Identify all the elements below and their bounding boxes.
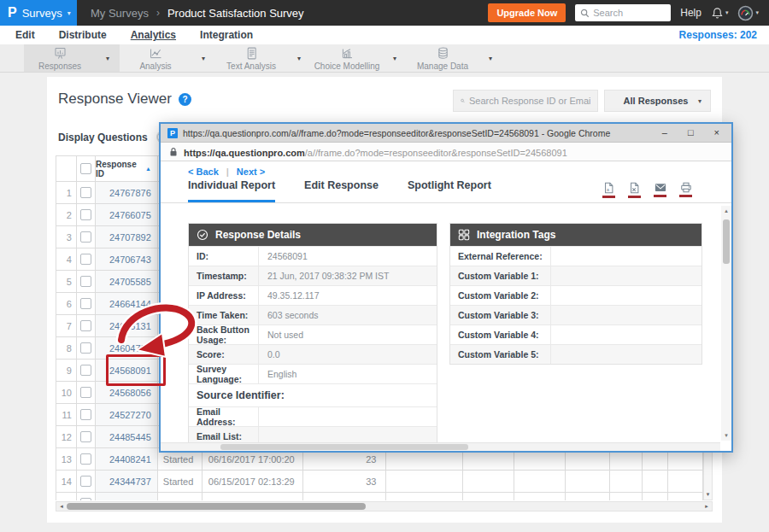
toolbar-text-analysis-dropdown[interactable]: ▾ xyxy=(287,44,311,72)
search-icon xyxy=(461,96,465,106)
response-id-link[interactable]: 24766075 xyxy=(96,204,158,226)
row-number: 13 xyxy=(56,448,77,471)
detail-label: ID: xyxy=(189,247,259,266)
tab-individual-report[interactable]: Individual Report xyxy=(188,178,275,202)
response-id-link[interactable]: 24344737 xyxy=(96,471,158,493)
row-checkbox[interactable] xyxy=(80,187,91,198)
toolbar-choice-modelling-dropdown[interactable]: ▾ xyxy=(383,44,407,72)
email-report-button[interactable] xyxy=(654,182,666,198)
toolbar-responses-button[interactable]: Responses xyxy=(24,44,96,72)
popup-horizontal-scrollbar[interactable] xyxy=(161,442,720,451)
link-separator: | xyxy=(226,167,229,177)
toolbar-analysis-dropdown[interactable]: ▾ xyxy=(191,44,215,72)
popup-vertical-scrollbar[interactable]: ▴ ▾ xyxy=(721,206,731,441)
row-checkbox[interactable] xyxy=(80,365,91,376)
response-id-link[interactable]: 24705585 xyxy=(96,271,158,293)
survey-menu-bar: Edit Distribute Analytics Integration Re… xyxy=(0,26,769,44)
menu-item-distribute[interactable]: Distribute xyxy=(59,29,107,41)
response-id-link[interactable]: 24767876 xyxy=(96,182,158,204)
notifications-button[interactable]: ▾ xyxy=(711,7,729,20)
row-checkbox[interactable] xyxy=(80,409,91,420)
row-checkbox[interactable] xyxy=(80,254,91,265)
response-search-input[interactable] xyxy=(469,96,590,106)
upgrade-now-button[interactable]: Upgrade Now xyxy=(488,3,566,22)
scrollbar-thumb[interactable] xyxy=(723,219,730,264)
toolbar-manage-data-dropdown[interactable]: ▾ xyxy=(478,44,502,72)
toolbar-choice-modelling-button[interactable]: Choice Modelling xyxy=(311,44,383,72)
back-link[interactable]: < Back xyxy=(188,167,219,177)
scrollbar-thumb[interactable] xyxy=(67,503,366,510)
select-all-checkbox[interactable] xyxy=(80,163,91,174)
row-checkbox[interactable] xyxy=(80,209,91,220)
maximize-button[interactable]: □ xyxy=(688,128,694,137)
next-link[interactable]: Next > xyxy=(237,167,265,177)
detail-value xyxy=(551,325,701,344)
response-id-link[interactable] xyxy=(96,493,158,500)
scrollbar-thumb[interactable] xyxy=(220,444,468,450)
help-link[interactable]: Help xyxy=(680,7,701,19)
toolbar-analysis-button[interactable]: Analysis xyxy=(120,44,191,72)
response-id-link[interactable]: 24707892 xyxy=(96,226,158,248)
menu-item-integration[interactable]: Integration xyxy=(200,29,253,41)
response-filter-dropdown[interactable]: All Responses ▾ xyxy=(604,90,711,112)
minimize-button[interactable]: – xyxy=(662,128,667,137)
export-pdf-button[interactable]: a xyxy=(602,182,615,198)
response-search[interactable] xyxy=(453,90,598,112)
scroll-down-arrow-icon[interactable]: ▾ xyxy=(721,432,731,439)
toolbar-text-analysis-button[interactable]: Text Analysis xyxy=(215,44,287,72)
toolbar-responses-dropdown[interactable]: ▾ xyxy=(96,44,120,72)
scroll-up-arrow-icon[interactable]: ▴ xyxy=(721,208,731,214)
row-checkbox[interactable] xyxy=(80,298,91,309)
row-checkbox[interactable] xyxy=(80,320,91,331)
row-checkbox-cell xyxy=(77,360,96,382)
response-id-link[interactable]: 24527270 xyxy=(96,404,158,426)
row-checkbox[interactable] xyxy=(80,276,91,287)
detail-value xyxy=(551,266,701,285)
row-checkbox-cell xyxy=(77,182,96,204)
row-checkbox[interactable] xyxy=(80,498,91,500)
avatar xyxy=(737,5,754,21)
row-checkbox[interactable] xyxy=(80,342,91,354)
help-badge-icon[interactable]: ? xyxy=(179,93,191,106)
row-checkbox-cell xyxy=(77,382,96,404)
scroll-right-arrow-icon[interactable]: ▸ xyxy=(701,503,712,510)
toolbar-manage-data-button[interactable]: Manage Data xyxy=(407,44,478,72)
global-search[interactable] xyxy=(575,4,671,21)
table-horizontal-scrollbar[interactable]: ◂ ▸ xyxy=(56,501,713,512)
close-button[interactable]: × xyxy=(714,128,719,137)
global-search-input[interactable] xyxy=(593,8,661,18)
print-icon xyxy=(680,182,692,193)
email-icon xyxy=(655,182,666,193)
scroll-down-arrow-icon[interactable]: ▾ xyxy=(704,491,712,498)
menu-item-analytics[interactable]: Analytics xyxy=(131,29,176,41)
row-checkbox[interactable] xyxy=(80,476,91,487)
row-checkbox[interactable] xyxy=(80,387,91,398)
breadcrumb-parent[interactable]: My Surveys xyxy=(91,7,149,20)
row-checkbox[interactable] xyxy=(80,453,91,465)
product-switcher[interactable]: P Surveys ▾ xyxy=(0,0,77,26)
chevron-down-icon: ▾ xyxy=(725,9,729,16)
row-number: 3 xyxy=(56,226,77,248)
tab-edit-response[interactable]: Edit Response xyxy=(304,178,379,202)
row-checkbox[interactable] xyxy=(80,231,91,243)
detail-row: Time Taken:603 seconds xyxy=(189,305,437,324)
popup-content: < Back | Next > Individual Report Edit R… xyxy=(161,161,731,451)
address-bar[interactable]: https://qa.questionpro.com/a//frame.do?m… xyxy=(161,143,731,161)
response-details-panel: Response Details ID:24568091Timestamp:21… xyxy=(188,223,437,447)
detail-value: 24568091 xyxy=(259,247,437,266)
account-menu-button[interactable]: ▾ xyxy=(737,5,759,21)
empty-cell xyxy=(386,493,464,500)
response-id-link[interactable]: 24485445 xyxy=(96,426,158,448)
export-excel-button[interactable] xyxy=(628,182,641,198)
scroll-left-arrow-icon[interactable]: ◂ xyxy=(56,503,67,510)
window-title-bar[interactable]: P https://qa.questionpro.com/a//frame.do… xyxy=(161,124,731,143)
menu-item-edit[interactable]: Edit xyxy=(15,29,35,41)
detail-row: External Reference: xyxy=(450,246,701,266)
response-id-link[interactable]: 24706743 xyxy=(96,248,158,271)
response-id-link[interactable]: 24408241 xyxy=(96,448,158,471)
red-underline xyxy=(654,195,666,197)
print-button[interactable] xyxy=(679,182,692,198)
header-response-id[interactable]: Response ID▲ xyxy=(96,156,158,182)
row-checkbox[interactable] xyxy=(80,431,91,442)
tab-spotlight-report[interactable]: Spotlight Report xyxy=(408,178,491,202)
